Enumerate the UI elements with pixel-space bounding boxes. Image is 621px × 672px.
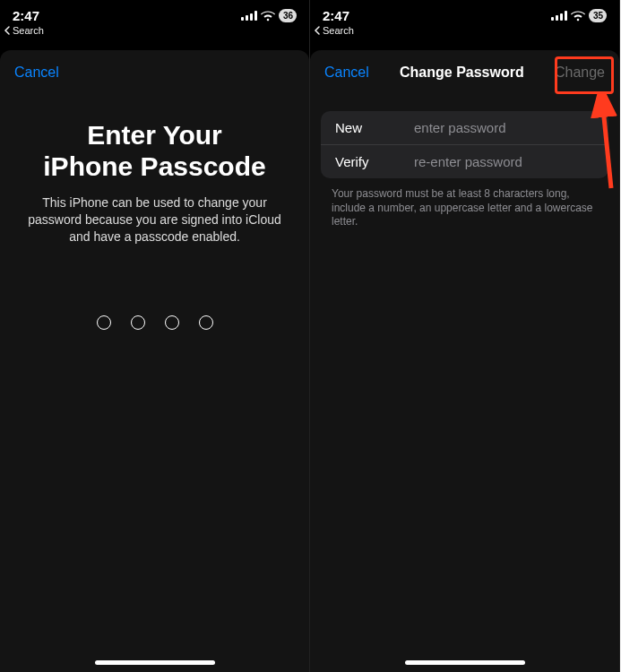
cellular-icon bbox=[241, 11, 257, 21]
back-label: Search bbox=[13, 25, 44, 36]
cancel-button[interactable]: Cancel bbox=[14, 65, 59, 81]
svg-rect-0 bbox=[241, 17, 244, 21]
status-bar: 2:47 36 bbox=[0, 0, 309, 25]
passcode-dots[interactable] bbox=[0, 315, 309, 330]
new-password-row: New bbox=[321, 111, 608, 144]
svg-rect-6 bbox=[560, 13, 563, 21]
status-time: 2:47 bbox=[13, 8, 39, 23]
battery-icon: 35 bbox=[589, 9, 607, 22]
chevron-left-icon bbox=[4, 26, 11, 35]
svg-rect-1 bbox=[246, 15, 248, 21]
chevron-left-icon bbox=[314, 26, 321, 35]
cellular-icon bbox=[551, 11, 567, 21]
svg-rect-2 bbox=[250, 13, 253, 21]
back-label: Search bbox=[323, 25, 354, 36]
verify-password-input[interactable] bbox=[414, 154, 594, 169]
password-requirements: Your password must be at least 8 charact… bbox=[332, 187, 598, 229]
change-button[interactable]: Change bbox=[555, 65, 605, 81]
cancel-button[interactable]: Cancel bbox=[324, 65, 369, 81]
new-password-input[interactable] bbox=[414, 120, 594, 135]
home-indicator[interactable] bbox=[95, 660, 215, 665]
screen-change-password: 2:47 35 Search Cancel Change Password Ch… bbox=[310, 0, 620, 672]
battery-icon: 36 bbox=[279, 9, 297, 22]
sheet-navbar: Cancel bbox=[0, 56, 309, 86]
wifi-icon bbox=[261, 11, 275, 22]
passcode-dot bbox=[165, 315, 179, 330]
headline-body: This iPhone can be used to change your p… bbox=[25, 194, 284, 246]
back-to-search[interactable]: Search bbox=[310, 25, 619, 39]
new-password-label: New bbox=[335, 120, 414, 135]
status-time: 2:47 bbox=[323, 8, 349, 23]
change-password-sheet: Cancel Change Password Change New Verify… bbox=[310, 50, 619, 672]
svg-rect-4 bbox=[551, 17, 554, 21]
verify-password-row: Verify bbox=[321, 144, 608, 178]
svg-rect-5 bbox=[556, 15, 558, 21]
svg-rect-3 bbox=[254, 11, 257, 21]
status-icons: 36 bbox=[241, 9, 297, 22]
nav-title: Change Password bbox=[400, 65, 524, 81]
back-to-search[interactable]: Search bbox=[0, 25, 309, 39]
status-bar: 2:47 35 bbox=[310, 0, 619, 25]
headline: Enter Your iPhone Passcode This iPhone c… bbox=[0, 86, 309, 246]
sheet-navbar: Cancel Change Password Change bbox=[310, 56, 619, 86]
verify-password-label: Verify bbox=[335, 154, 414, 169]
screen-passcode: 2:47 36 Search Cancel Enter Your iPhone … bbox=[0, 0, 310, 672]
home-indicator[interactable] bbox=[405, 660, 525, 665]
status-icons: 35 bbox=[551, 9, 607, 22]
headline-title: Enter Your iPhone Passcode bbox=[25, 120, 284, 182]
svg-rect-7 bbox=[565, 11, 567, 21]
passcode-dot bbox=[131, 315, 145, 330]
passcode-dot bbox=[97, 315, 111, 330]
passcode-sheet: Cancel Enter Your iPhone Passcode This i… bbox=[0, 50, 309, 672]
passcode-dot bbox=[199, 315, 213, 330]
password-form: New Verify bbox=[321, 111, 608, 178]
wifi-icon bbox=[571, 11, 585, 22]
